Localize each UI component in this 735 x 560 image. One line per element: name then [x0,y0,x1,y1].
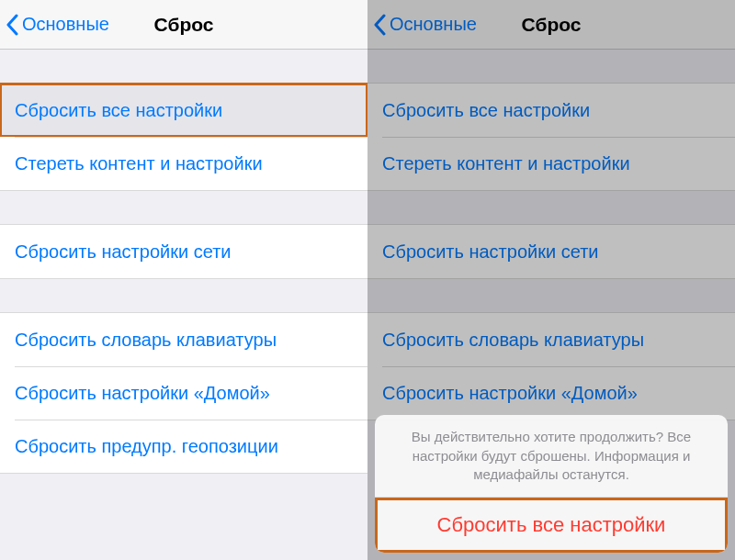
row-label: Сбросить настройки «Домой» [15,383,270,404]
back-label: Основные [22,14,109,35]
group-2: Сбросить настройки сети [0,224,368,279]
back-button[interactable]: Основные [6,14,109,36]
action-sheet-card: Вы действительно хотите продолжить? Все … [375,415,728,553]
group-1: Сбросить все настройки Стереть контент и… [0,83,368,191]
row-label: Сбросить настройки сети [15,241,231,263]
action-sheet: Вы действительно хотите продолжить? Все … [375,415,728,553]
reset-all-settings-button[interactable]: Сбросить все настройки [375,498,728,553]
navbar: Основные Сброс [0,0,368,50]
row-label: Стереть контент и настройки [15,153,263,174]
row-reset-location-warnings[interactable]: Сбросить предупр. геопозиции [0,420,368,473]
chevron-left-icon [6,14,18,36]
row-reset-network[interactable]: Сбросить настройки сети [0,225,368,278]
row-label: Сбросить все настройки [15,100,222,121]
button-label: Сбросить все настройки [437,513,666,537]
row-label: Сбросить предупр. геопозиции [15,436,278,457]
group-3: Сбросить словарь клавиатуры Сбросить нас… [0,312,368,474]
row-reset-keyboard-dict[interactable]: Сбросить словарь клавиатуры [0,313,368,366]
row-label: Сбросить словарь клавиатуры [15,330,277,351]
screen-left: Основные Сброс Сбросить все настройки Ст… [0,0,368,560]
row-reset-home[interactable]: Сбросить настройки «Домой» [0,366,368,420]
screen-right: Основные Сброс Сбросить все настройки Ст… [368,0,735,560]
page-title: Сброс [154,14,214,36]
row-erase-content[interactable]: Стереть контент и настройки [0,137,368,190]
row-reset-all-settings[interactable]: Сбросить все настройки [0,84,368,137]
action-sheet-message: Вы действительно хотите продолжить? Все … [375,415,728,498]
content: Сбросить все настройки Стереть контент и… [0,50,368,560]
